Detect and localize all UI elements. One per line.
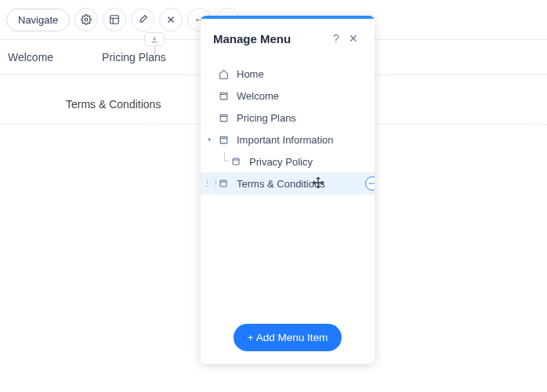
caret-down-icon[interactable]: ▾: [208, 136, 212, 143]
svg-rect-4: [220, 136, 227, 143]
manage-menu-panel: Manage Menu ? ✕ Home Welcome Pricing Pla…: [201, 16, 375, 364]
page-icon: [218, 134, 229, 145]
settings-icon[interactable]: [74, 8, 98, 31]
menu-item-privacy[interactable]: Privacy Policy: [201, 151, 375, 172]
panel-footer: + Add Menu Item: [201, 311, 375, 364]
menu-item-label: Privacy Policy: [249, 156, 313, 168]
home-icon: [218, 68, 229, 79]
panel-title: Manage Menu: [213, 32, 328, 45]
tab-welcome[interactable]: Welcome: [8, 40, 53, 74]
menu-item-welcome[interactable]: Welcome: [201, 85, 375, 107]
svg-rect-6: [220, 180, 226, 187]
panel-header: Manage Menu ? ✕: [201, 19, 375, 58]
brush-icon[interactable]: [131, 8, 154, 31]
page-icon: [218, 112, 229, 123]
layout-icon[interactable]: [103, 8, 126, 31]
menu-item-pricing[interactable]: Pricing Plans: [201, 107, 375, 129]
menu-item-terms[interactable]: ⋮⋮ Terms & Conditions: [201, 172, 375, 194]
page-icon: [230, 156, 241, 167]
panel-help-icon[interactable]: ?: [328, 30, 345, 47]
menu-item-label: Important Information: [237, 134, 334, 146]
add-menu-item-button[interactable]: + Add Menu Item: [234, 324, 342, 351]
menu-item-label: Terms & Conditions: [237, 178, 325, 190]
more-actions-icon[interactable]: [365, 176, 375, 191]
svg-point-0: [85, 18, 89, 21]
download-pin[interactable]: [144, 32, 165, 54]
drag-handle-icon[interactable]: ⋮⋮: [203, 179, 220, 189]
navigate-button[interactable]: Navigate: [6, 9, 70, 31]
menu-item-label: Pricing Plans: [237, 112, 296, 124]
svg-rect-1: [110, 16, 119, 24]
menu-item-home[interactable]: Home: [201, 63, 375, 85]
stack-icon[interactable]: [159, 8, 183, 31]
svg-rect-5: [233, 158, 239, 165]
page-icon: [218, 90, 229, 101]
close-icon[interactable]: ✕: [345, 30, 362, 47]
menu-item-label: Home: [237, 68, 264, 80]
menu-item-label: Welcome: [237, 90, 279, 102]
menu-item-important[interactable]: ▾ Important Information: [201, 129, 375, 151]
svg-rect-3: [220, 114, 227, 122]
menu-list: Home Welcome Pricing Plans ▾ Important I…: [201, 58, 375, 311]
page-heading: Terms & Conditions: [66, 98, 161, 111]
svg-rect-2: [220, 93, 227, 100]
